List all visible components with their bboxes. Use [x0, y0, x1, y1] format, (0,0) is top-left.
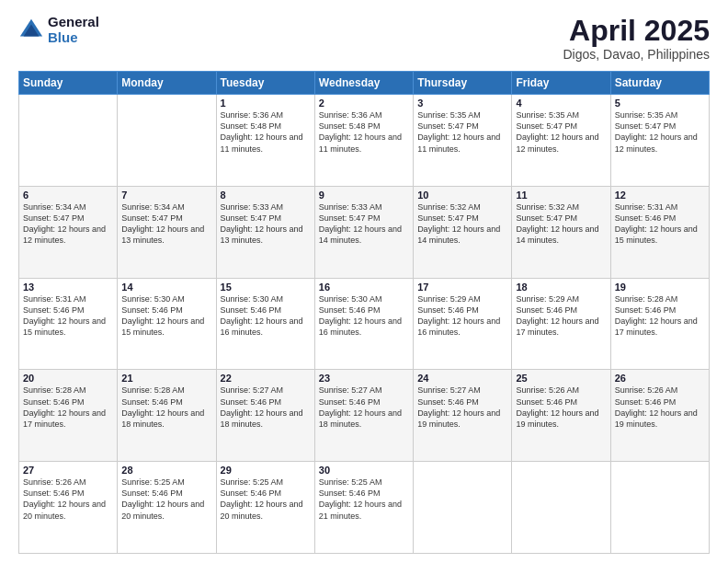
day-number: 4	[516, 98, 606, 109]
day-number: 7	[121, 190, 211, 201]
calendar-cell: 20Sunrise: 5:28 AM Sunset: 5:46 PM Dayli…	[19, 370, 118, 462]
day-info: Sunrise: 5:27 AM Sunset: 5:46 PM Dayligh…	[319, 385, 409, 430]
day-number: 19	[615, 282, 705, 293]
day-info: Sunrise: 5:33 AM Sunset: 5:47 PM Dayligh…	[319, 201, 409, 247]
day-number: 9	[319, 190, 409, 201]
day-number: 13	[23, 282, 113, 293]
calendar-cell	[512, 462, 610, 554]
day-info: Sunrise: 5:31 AM Sunset: 5:46 PM Dayligh…	[23, 293, 113, 339]
day-info: Sunrise: 5:27 AM Sunset: 5:46 PM Dayligh…	[221, 385, 311, 430]
day-number: 27	[23, 465, 113, 476]
day-info: Sunrise: 5:33 AM Sunset: 5:47 PM Dayligh…	[221, 201, 311, 247]
day-info: Sunrise: 5:35 AM Sunset: 5:47 PM Dayligh…	[615, 109, 705, 155]
day-info: Sunrise: 5:34 AM Sunset: 5:47 PM Dayligh…	[23, 201, 113, 247]
calendar-cell	[118, 95, 216, 187]
day-info: Sunrise: 5:25 AM Sunset: 5:46 PM Dayligh…	[221, 477, 311, 522]
day-number: 21	[121, 373, 211, 384]
day-info: Sunrise: 5:32 AM Sunset: 5:47 PM Dayligh…	[516, 201, 606, 247]
calendar-cell	[610, 462, 709, 554]
calendar-subtitle: Digos, Davao, Philippines	[563, 47, 710, 62]
day-info: Sunrise: 5:27 AM Sunset: 5:46 PM Dayligh…	[417, 385, 507, 430]
calendar-cell: 30Sunrise: 5:25 AM Sunset: 5:46 PM Dayli…	[314, 462, 413, 554]
weekday-header: Saturday	[610, 72, 709, 95]
calendar-cell: 26Sunrise: 5:26 AM Sunset: 5:46 PM Dayli…	[610, 370, 709, 462]
calendar-cell: 14Sunrise: 5:30 AM Sunset: 5:46 PM Dayli…	[118, 278, 216, 370]
calendar-cell: 15Sunrise: 5:30 AM Sunset: 5:46 PM Dayli…	[216, 278, 314, 370]
day-number: 11	[516, 190, 606, 201]
page: General Blue April 2025 Digos, Davao, Ph…	[0, 0, 728, 563]
day-number: 25	[516, 373, 606, 384]
logo-text: General Blue	[48, 15, 99, 45]
day-info: Sunrise: 5:28 AM Sunset: 5:46 PM Dayligh…	[615, 293, 705, 339]
calendar-cell: 16Sunrise: 5:30 AM Sunset: 5:46 PM Dayli…	[314, 278, 413, 370]
calendar-cell: 12Sunrise: 5:31 AM Sunset: 5:46 PM Dayli…	[610, 186, 709, 278]
day-info: Sunrise: 5:32 AM Sunset: 5:47 PM Dayligh…	[417, 201, 507, 247]
calendar-week-row: 1Sunrise: 5:36 AM Sunset: 5:48 PM Daylig…	[19, 95, 710, 187]
day-info: Sunrise: 5:35 AM Sunset: 5:47 PM Dayligh…	[516, 109, 606, 155]
title-block: April 2025 Digos, Davao, Philippines	[563, 15, 710, 62]
day-info: Sunrise: 5:36 AM Sunset: 5:48 PM Dayligh…	[221, 109, 311, 155]
day-info: Sunrise: 5:34 AM Sunset: 5:47 PM Dayligh…	[121, 201, 211, 247]
weekday-header: Tuesday	[216, 72, 314, 95]
calendar-cell: 24Sunrise: 5:27 AM Sunset: 5:46 PM Dayli…	[414, 370, 512, 462]
day-number: 18	[516, 282, 606, 293]
day-info: Sunrise: 5:30 AM Sunset: 5:46 PM Dayligh…	[319, 293, 409, 339]
calendar-cell: 10Sunrise: 5:32 AM Sunset: 5:47 PM Dayli…	[414, 186, 512, 278]
day-number: 29	[221, 465, 311, 476]
calendar-cell: 22Sunrise: 5:27 AM Sunset: 5:46 PM Dayli…	[216, 370, 314, 462]
day-number: 20	[23, 373, 113, 384]
calendar-cell: 6Sunrise: 5:34 AM Sunset: 5:47 PM Daylig…	[19, 186, 118, 278]
calendar-cell: 23Sunrise: 5:27 AM Sunset: 5:46 PM Dayli…	[314, 370, 413, 462]
calendar-cell: 29Sunrise: 5:25 AM Sunset: 5:46 PM Dayli…	[216, 462, 314, 554]
day-info: Sunrise: 5:28 AM Sunset: 5:46 PM Dayligh…	[121, 385, 211, 430]
day-number: 24	[417, 373, 507, 384]
day-info: Sunrise: 5:26 AM Sunset: 5:46 PM Dayligh…	[23, 477, 113, 522]
calendar-cell	[19, 95, 118, 187]
calendar-cell: 13Sunrise: 5:31 AM Sunset: 5:46 PM Dayli…	[19, 278, 118, 370]
day-info: Sunrise: 5:26 AM Sunset: 5:46 PM Dayligh…	[615, 385, 705, 430]
day-info: Sunrise: 5:26 AM Sunset: 5:46 PM Dayligh…	[516, 385, 606, 430]
calendar-cell: 27Sunrise: 5:26 AM Sunset: 5:46 PM Dayli…	[19, 462, 118, 554]
day-number: 6	[23, 190, 113, 201]
day-info: Sunrise: 5:30 AM Sunset: 5:46 PM Dayligh…	[221, 293, 311, 339]
calendar-week-row: 20Sunrise: 5:28 AM Sunset: 5:46 PM Dayli…	[19, 370, 710, 462]
day-number: 12	[615, 190, 705, 201]
calendar-week-row: 6Sunrise: 5:34 AM Sunset: 5:47 PM Daylig…	[19, 186, 710, 278]
day-number: 17	[417, 282, 507, 293]
calendar-week-row: 27Sunrise: 5:26 AM Sunset: 5:46 PM Dayli…	[19, 462, 710, 554]
calendar-cell: 11Sunrise: 5:32 AM Sunset: 5:47 PM Dayli…	[512, 186, 610, 278]
calendar-cell: 3Sunrise: 5:35 AM Sunset: 5:47 PM Daylig…	[414, 95, 512, 187]
day-info: Sunrise: 5:31 AM Sunset: 5:46 PM Dayligh…	[615, 201, 705, 247]
day-info: Sunrise: 5:30 AM Sunset: 5:46 PM Dayligh…	[121, 293, 211, 339]
day-info: Sunrise: 5:36 AM Sunset: 5:48 PM Dayligh…	[319, 109, 409, 155]
day-number: 3	[417, 98, 507, 109]
weekday-header: Friday	[512, 72, 610, 95]
logo-blue: Blue	[48, 30, 99, 46]
day-number: 22	[221, 373, 311, 384]
calendar-title: April 2025	[563, 15, 710, 47]
calendar-cell: 1Sunrise: 5:36 AM Sunset: 5:48 PM Daylig…	[216, 95, 314, 187]
day-info: Sunrise: 5:29 AM Sunset: 5:46 PM Dayligh…	[516, 293, 606, 339]
weekday-header: Thursday	[414, 72, 512, 95]
calendar-cell	[414, 462, 512, 554]
day-number: 10	[417, 190, 507, 201]
header: General Blue April 2025 Digos, Davao, Ph…	[18, 15, 710, 62]
weekday-header: Monday	[118, 72, 216, 95]
calendar-cell: 19Sunrise: 5:28 AM Sunset: 5:46 PM Dayli…	[610, 278, 709, 370]
calendar-cell: 21Sunrise: 5:28 AM Sunset: 5:46 PM Dayli…	[118, 370, 216, 462]
day-number: 5	[615, 98, 705, 109]
logo: General Blue	[18, 15, 99, 45]
day-info: Sunrise: 5:35 AM Sunset: 5:47 PM Dayligh…	[417, 109, 507, 155]
day-info: Sunrise: 5:25 AM Sunset: 5:46 PM Dayligh…	[319, 477, 409, 522]
day-number: 14	[121, 282, 211, 293]
logo-general: General	[48, 15, 99, 30]
day-number: 15	[221, 282, 311, 293]
day-number: 23	[319, 373, 409, 384]
day-number: 1	[221, 98, 311, 109]
day-info: Sunrise: 5:28 AM Sunset: 5:46 PM Dayligh…	[23, 385, 113, 430]
logo-icon	[18, 17, 44, 43]
calendar-cell: 28Sunrise: 5:25 AM Sunset: 5:46 PM Dayli…	[118, 462, 216, 554]
calendar-header-row: SundayMondayTuesdayWednesdayThursdayFrid…	[19, 72, 710, 95]
calendar-cell: 4Sunrise: 5:35 AM Sunset: 5:47 PM Daylig…	[512, 95, 610, 187]
weekday-header: Sunday	[19, 72, 118, 95]
